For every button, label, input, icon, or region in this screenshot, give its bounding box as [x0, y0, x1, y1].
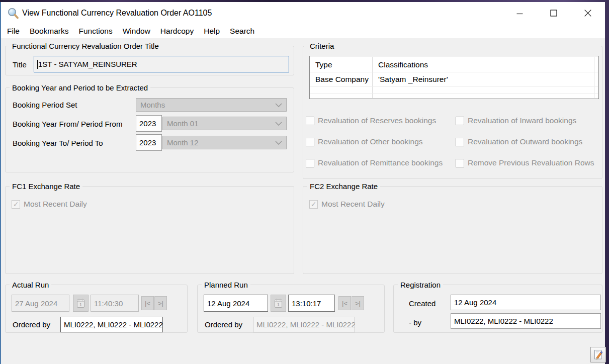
registration-by-label: - by — [409, 318, 421, 327]
edit-note-button[interactable] — [590, 347, 606, 362]
calendar-icon: 1 — [274, 298, 283, 308]
actual-run-last-button[interactable]: >| — [154, 296, 167, 310]
title-input[interactable]: 1ST - SATYAM_REINSURER — [34, 56, 289, 72]
booking-period-from-dropdown[interactable]: Month 01 — [162, 117, 287, 130]
checkbox-fc2-most-recent-daily[interactable]: ✓ Most Recent Daily — [309, 200, 385, 209]
checkbox-revaluation-inward[interactable]: Revaluation of Inward bookings — [456, 116, 576, 125]
group-planned-run: Planned Run 12 Aug 2024 1 13:10:17 |< >|… — [197, 285, 385, 333]
title-field-label: Title — [13, 60, 27, 69]
maximize-button[interactable] — [537, 2, 571, 24]
registration-created-field[interactable]: 12 Aug 2024 — [451, 295, 601, 310]
checkbox-remove-previous-rows[interactable]: Remove Previous Revaluation Rows — [456, 158, 594, 167]
actual-run-date-field[interactable]: 27 Aug 2024 — [12, 295, 69, 312]
minimize-icon — [516, 10, 523, 17]
row-divider — [310, 72, 598, 72]
menu-item-functions[interactable]: Functions — [74, 24, 118, 38]
close-icon — [584, 10, 591, 17]
criteria-table: Type Classifications Base Company 'Satya… — [309, 56, 599, 99]
edit-note-icon — [593, 349, 603, 360]
titlebar: View Functional Currency Revaluation Ord… — [1, 2, 605, 24]
booking-year-to-input[interactable]: 2023 — [136, 134, 162, 151]
planned-run-ordered-by-label: Ordered by — [205, 320, 242, 329]
window-title: View Functional Currency Revaluation Ord… — [22, 9, 212, 18]
planned-run-date-field[interactable]: 12 Aug 2024 — [204, 295, 268, 312]
checkbox-revaluation-outward[interactable]: Revaluation of Outward bookings — [456, 137, 582, 146]
actual-run-ordered-by-label: Ordered by — [13, 320, 50, 329]
chevron-down-icon — [275, 140, 282, 145]
planned-run-time-field[interactable]: 13:10:17 — [288, 295, 335, 312]
menu-item-help[interactable]: Help — [199, 24, 225, 38]
criteria-col-type: Type — [315, 60, 332, 69]
menu-item-search[interactable]: Search — [225, 24, 259, 38]
group-fc1-exchange-rate: FC1 Exchange Rate ✓ Most Recent Daily — [5, 186, 294, 274]
group-booking-label: Booking Year and Period to be Extracted — [10, 83, 150, 93]
calendar-icon: 1 — [76, 298, 85, 308]
group-booking-period: Booking Year and Period to be Extracted … — [5, 87, 294, 172]
planned-run-calendar-button[interactable]: 1 — [271, 295, 286, 312]
actual-run-time-field[interactable]: 11:40:30 — [91, 295, 139, 312]
checkbox-box[interactable] — [456, 159, 464, 167]
booking-period-to-value: Month 12 — [167, 138, 199, 147]
checkbox-revaluation-reserves[interactable]: Revaluation of Reserves bookings — [306, 116, 436, 125]
svg-text:1: 1 — [277, 302, 280, 307]
chevron-down-icon — [275, 103, 282, 107]
booking-period-set-value: Months — [140, 101, 165, 109]
checkbox-box[interactable] — [306, 117, 314, 125]
booking-period-set-dropdown[interactable]: Months — [136, 98, 287, 112]
minimize-button[interactable] — [502, 2, 537, 24]
title-input-value: 1ST - SATYAM_REINSURER — [38, 60, 137, 68]
checkmark-icon: ✓ — [13, 201, 19, 208]
booking-year-from-input[interactable]: 2023 — [136, 115, 162, 132]
window-controls — [502, 2, 605, 24]
group-registration: Registration Created 12 Aug 2024 - by ML… — [393, 285, 602, 333]
checkbox-box[interactable]: ✓ — [309, 200, 318, 209]
group-order-title-label: Functional Currency Revaluation Order Ti… — [10, 41, 161, 51]
group-actual-run: Actual Run 27 Aug 2024 1 11:40:30 |< >| … — [5, 285, 188, 333]
checkbox-box[interactable] — [306, 138, 314, 146]
checkmark-icon: ✓ — [311, 201, 317, 208]
registration-by-field[interactable]: MLI0222, MLI0222 - MLI0222 — [451, 313, 601, 329]
text-caret — [37, 60, 38, 69]
group-fc1-label: FC1 Exchange Rate — [10, 181, 82, 191]
menu-item-file[interactable]: File — [2, 24, 25, 38]
close-button[interactable] — [571, 2, 605, 24]
planned-run-ordered-by-field[interactable]: MLI0222, MLI0222 - MLI0222 — [253, 317, 355, 332]
group-actual-run-label: Actual Run — [10, 280, 51, 290]
actual-run-first-button[interactable]: |< — [141, 296, 154, 310]
checkbox-fc1-most-recent-daily[interactable]: ✓ Most Recent Daily — [12, 200, 87, 209]
actual-run-calendar-button[interactable]: 1 — [73, 295, 89, 312]
checkbox-revaluation-remittance[interactable]: Revaluation of Remittance bookings — [306, 158, 443, 167]
menu-item-hardcopy[interactable]: Hardcopy — [155, 24, 199, 38]
booking-period-from-value: Month 01 — [167, 119, 199, 128]
menubar: File Bookmarks Functions Window Hardcopy… — [1, 24, 605, 38]
row-divider — [310, 86, 598, 87]
row-divider — [310, 93, 598, 94]
actual-run-ordered-by-field[interactable]: MLI0222, MLI0222 - MLI0222 — [60, 317, 163, 332]
column-divider-right — [594, 57, 595, 98]
svg-text:1: 1 — [79, 302, 82, 307]
checkbox-box[interactable] — [456, 138, 464, 146]
criteria-col-classifications: Classifications — [378, 60, 428, 69]
booking-from-label: Booking Year From/ Period From — [13, 120, 122, 129]
checkbox-box[interactable]: ✓ — [12, 200, 20, 209]
app-window: View Functional Currency Revaluation Ord… — [0, 2, 605, 364]
group-fc2-label: FC2 Exchange Rate — [307, 181, 380, 191]
menu-item-window[interactable]: Window — [118, 24, 155, 38]
planned-run-first-button[interactable]: |< — [338, 296, 351, 310]
registration-created-label: Created — [409, 299, 436, 308]
group-criteria: Criteria Type Classifications Base Compa… — [303, 46, 602, 179]
maximize-icon — [550, 10, 557, 17]
chevron-down-icon — [275, 121, 282, 126]
checkbox-box[interactable] — [456, 117, 464, 125]
menu-item-bookmarks[interactable]: Bookmarks — [25, 24, 74, 38]
planned-run-last-button[interactable]: >| — [352, 296, 364, 310]
criteria-row-classification[interactable]: 'Satyam _Reinsurer' — [378, 75, 448, 84]
checkbox-box[interactable] — [306, 159, 314, 167]
group-criteria-label: Criteria — [307, 41, 336, 51]
group-registration-label: Registration — [398, 280, 443, 290]
booking-period-set-label: Booking Period Set — [13, 101, 77, 110]
group-fc2-exchange-rate: FC2 Exchange Rate ✓ Most Recent Daily — [303, 186, 602, 274]
criteria-row-type[interactable]: Base Company — [315, 75, 369, 84]
booking-period-to-dropdown[interactable]: Month 12 — [162, 136, 287, 149]
checkbox-revaluation-other[interactable]: Revaluation of Other bookings — [306, 137, 423, 146]
